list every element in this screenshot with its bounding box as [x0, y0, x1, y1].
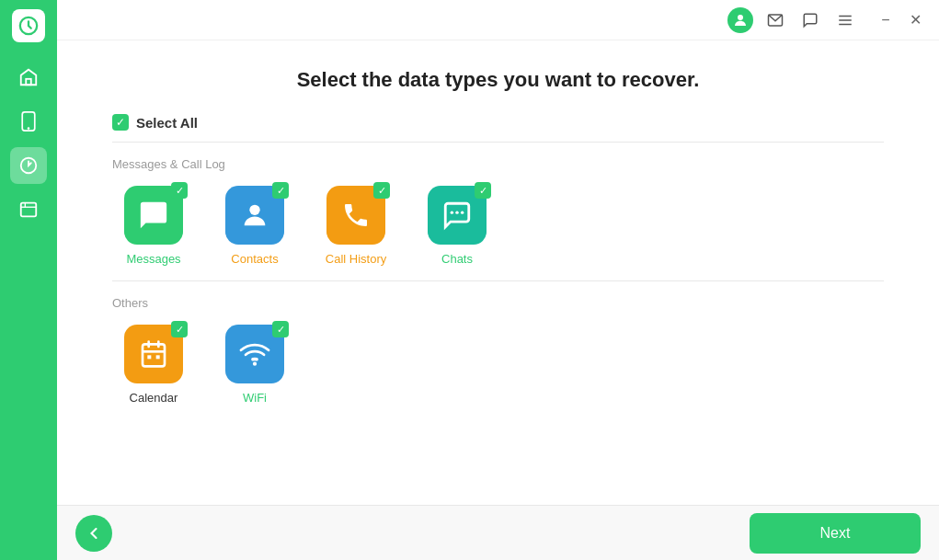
section-others-title: Others	[112, 296, 884, 310]
svg-point-8	[738, 15, 743, 20]
contacts-item[interactable]: ✓ Contacts	[213, 186, 296, 266]
svg-rect-21	[147, 355, 151, 359]
svg-rect-17	[143, 344, 165, 366]
svg-point-14	[451, 211, 453, 213]
app-logo[interactable]	[12, 9, 45, 42]
svg-point-16	[461, 211, 464, 213]
calendar-item[interactable]: ✓ Calendar	[112, 325, 195, 405]
user-avatar-icon[interactable]	[727, 7, 753, 33]
footer: Next	[57, 505, 939, 560]
call-history-item[interactable]: ✓ Call History	[315, 186, 397, 266]
svg-point-15	[455, 211, 458, 213]
call-history-label: Call History	[326, 252, 386, 266]
back-button[interactable]	[75, 515, 112, 552]
calendar-label: Calendar	[130, 391, 178, 405]
sidebar-home-icon[interactable]	[10, 59, 47, 96]
svg-rect-5	[21, 203, 37, 217]
content-area: Select the data types you want to recove…	[57, 40, 939, 505]
sidebar-backup-icon[interactable]	[10, 147, 47, 184]
select-all-row: ✓ Select All	[112, 114, 884, 143]
svg-rect-1	[26, 79, 31, 85]
call-history-checkbox[interactable]: ✓	[373, 182, 390, 199]
select-all-checkbox[interactable]: ✓	[112, 114, 129, 131]
svg-point-3	[28, 127, 30, 130]
chat-icon[interactable]	[797, 7, 823, 33]
mail-icon[interactable]	[762, 7, 788, 33]
sidebar	[0, 0, 57, 560]
contacts-checkbox[interactable]: ✓	[272, 182, 289, 199]
messages-checkbox[interactable]: ✓	[171, 182, 188, 199]
contacts-label: Contacts	[231, 252, 278, 266]
wifi-item[interactable]: ✓ WiFi	[213, 325, 296, 405]
titlebar: − ✕	[57, 0, 939, 40]
section-messages-title: Messages & Call Log	[112, 157, 884, 171]
messages-label: Messages	[126, 252, 180, 266]
next-button[interactable]: Next	[750, 513, 921, 554]
messages-call-log-grid: ✓ Messages ✓ Contacts	[112, 186, 884, 281]
calendar-checkbox[interactable]: ✓	[171, 321, 188, 337]
page-title: Select the data types you want to recove…	[112, 68, 884, 92]
wifi-label: WiFi	[243, 391, 267, 405]
chats-checkbox[interactable]: ✓	[475, 182, 491, 199]
menu-icon[interactable]	[832, 7, 858, 33]
close-button[interactable]: ✕	[902, 7, 928, 33]
select-all-label: Select All	[136, 115, 198, 131]
svg-rect-22	[156, 355, 160, 359]
svg-point-13	[249, 205, 259, 215]
sidebar-files-icon[interactable]	[10, 191, 47, 228]
svg-point-23	[253, 362, 257, 366]
sidebar-device-icon[interactable]	[10, 103, 47, 140]
window-controls: − ✕	[873, 7, 928, 33]
wifi-checkbox[interactable]: ✓	[272, 321, 289, 337]
chats-item[interactable]: ✓ Chats	[416, 186, 498, 266]
others-grid: ✓ Calendar ✓	[112, 325, 884, 419]
minimize-button[interactable]: −	[873, 7, 899, 33]
messages-item[interactable]: ✓ Messages	[112, 186, 195, 266]
main-panel: − ✕ Select the data types you want to re…	[57, 0, 939, 560]
chats-label: Chats	[441, 252, 473, 266]
